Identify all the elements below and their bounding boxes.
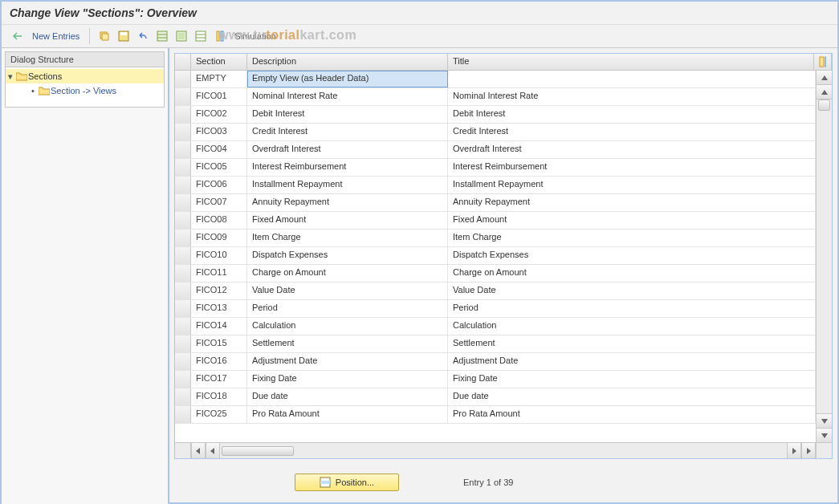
- row-handle[interactable]: [175, 282, 191, 299]
- cell-title[interactable]: Overdraft Interest: [448, 141, 816, 158]
- cell-section[interactable]: FICO12: [191, 282, 247, 299]
- table-row[interactable]: FICO13PeriodPeriod: [175, 300, 816, 318]
- cell-section[interactable]: FICO11: [191, 265, 247, 282]
- cell-description[interactable]: Period: [247, 300, 448, 317]
- row-handle[interactable]: [175, 141, 191, 158]
- cell-section[interactable]: FICO15: [191, 335, 247, 352]
- row-handle[interactable]: [175, 212, 191, 229]
- cell-title[interactable]: Dispatch Expenses: [448, 247, 816, 264]
- cell-title[interactable]: Credit Interest: [448, 124, 816, 140]
- col-header-section[interactable]: Section: [191, 54, 247, 70]
- cell-description[interactable]: Adjustment Date: [247, 353, 448, 370]
- table-row[interactable]: FICO11Charge on AmountCharge on Amount: [175, 265, 816, 282]
- cell-title[interactable]: Value Date: [448, 282, 816, 299]
- tree-collapse-icon[interactable]: ▾: [6, 71, 15, 82]
- cell-title[interactable]: Calculation: [448, 318, 816, 335]
- cell-description[interactable]: Interest Reimbursement: [247, 159, 448, 176]
- undo-icon[interactable]: [135, 28, 151, 44]
- hscroll-right2-icon[interactable]: [787, 443, 801, 458]
- tree-node-sections[interactable]: ▾ Sections: [6, 69, 164, 83]
- cell-section[interactable]: FICO04: [191, 141, 247, 158]
- row-handle[interactable]: [175, 71, 191, 87]
- hscroll-left-icon[interactable]: [191, 443, 206, 458]
- cell-title[interactable]: Charge on Amount: [448, 265, 816, 282]
- cell-title[interactable]: Settlement: [448, 335, 816, 352]
- cell-title[interactable]: Pro Rata Amount: [448, 406, 816, 423]
- row-handle[interactable]: [175, 106, 191, 123]
- cell-section[interactable]: FICO10: [191, 247, 247, 264]
- cell-section[interactable]: FICO13: [191, 300, 247, 317]
- cell-title[interactable]: Annuity Repayment: [448, 194, 816, 211]
- cell-section[interactable]: FICO01: [191, 88, 247, 105]
- select-block-icon[interactable]: [173, 28, 189, 44]
- table-row[interactable]: FICO04Overdraft InterestOverdraft Intere…: [175, 141, 816, 159]
- cell-description[interactable]: Charge on Amount: [247, 265, 448, 282]
- cell-description[interactable]: Credit Interest: [247, 124, 448, 140]
- cell-description[interactable]: Empty View (as Header Data): [247, 71, 448, 87]
- cell-description[interactable]: Dispatch Expenses: [247, 247, 448, 264]
- row-handle[interactable]: [175, 230, 191, 246]
- row-handle[interactable]: [175, 371, 191, 388]
- config-icon[interactable]: [212, 28, 228, 44]
- cell-section[interactable]: FICO08: [191, 212, 247, 229]
- expand-toggle-icon[interactable]: [10, 28, 26, 44]
- row-handle[interactable]: [175, 88, 191, 105]
- cell-title[interactable]: Adjustment Date: [448, 353, 816, 370]
- table-row[interactable]: FICO07Annuity RepaymentAnnuity Repayment: [175, 194, 816, 212]
- cell-description[interactable]: Fixed Amount: [247, 212, 448, 229]
- row-handle[interactable]: [175, 318, 191, 335]
- cell-description[interactable]: Value Date: [247, 282, 448, 299]
- table-row[interactable]: FICO18Due dateDue date: [175, 388, 816, 406]
- cell-section[interactable]: FICO05: [191, 159, 247, 176]
- row-handle[interactable]: [175, 159, 191, 176]
- deselect-all-icon[interactable]: [193, 28, 209, 44]
- copy-icon[interactable]: [96, 28, 112, 44]
- row-handle[interactable]: [175, 335, 191, 352]
- position-button[interactable]: Position...: [295, 474, 399, 491]
- cell-section[interactable]: FICO09: [191, 230, 247, 246]
- row-handle[interactable]: [175, 247, 191, 264]
- row-handle[interactable]: [175, 177, 191, 193]
- table-row[interactable]: FICO09Item ChargeItem Charge: [175, 230, 816, 247]
- cell-description[interactable]: Fixing Date: [247, 371, 448, 388]
- cell-description[interactable]: Debit Interest: [247, 106, 448, 123]
- cell-description[interactable]: Nominal Interest Rate: [247, 88, 448, 105]
- select-all-icon[interactable]: [154, 28, 170, 44]
- scroll-down2-icon[interactable]: [817, 413, 832, 428]
- cell-section[interactable]: FICO06: [191, 177, 247, 193]
- grid-corner[interactable]: [175, 54, 191, 70]
- cell-section[interactable]: FICO25: [191, 406, 247, 423]
- cell-section[interactable]: FICO03: [191, 124, 247, 140]
- cell-section[interactable]: FICO17: [191, 371, 247, 388]
- table-row[interactable]: FICO14CalculationCalculation: [175, 318, 816, 335]
- scroll-up-icon[interactable]: [817, 71, 832, 85]
- table-row[interactable]: FICO08Fixed AmountFixed Amount: [175, 212, 816, 230]
- cell-title[interactable]: [448, 71, 816, 87]
- cell-description[interactable]: Overdraft Interest: [247, 141, 448, 158]
- table-row[interactable]: FICO15SettlementSettlement: [175, 335, 816, 353]
- row-handle[interactable]: [175, 300, 191, 317]
- cell-section[interactable]: FICO02: [191, 106, 247, 123]
- row-handle[interactable]: [175, 388, 191, 405]
- row-handle[interactable]: [175, 265, 191, 282]
- table-row[interactable]: FICO06Installment RepaymentInstallment R…: [175, 177, 816, 194]
- table-row[interactable]: FICO01Nominal Interest RateNominal Inter…: [175, 88, 816, 106]
- tree-node-section-views[interactable]: • Section -> Views: [6, 83, 164, 98]
- cell-section[interactable]: FICO07: [191, 194, 247, 211]
- new-entries-button[interactable]: New Entries: [29, 30, 83, 43]
- table-row[interactable]: FICO16Adjustment DateAdjustment Date: [175, 353, 816, 371]
- hscroll-right-icon[interactable]: [801, 443, 816, 458]
- cell-title[interactable]: Fixing Date: [448, 371, 816, 388]
- cell-description[interactable]: Annuity Repayment: [247, 194, 448, 211]
- cell-title[interactable]: Nominal Interest Rate: [448, 88, 816, 105]
- table-row[interactable]: FICO05Interest ReimbursementInterest Rei…: [175, 159, 816, 177]
- table-row[interactable]: FICO17Fixing DateFixing Date: [175, 371, 816, 388]
- hscroll-thumb[interactable]: [222, 446, 294, 456]
- col-header-description[interactable]: Description: [247, 54, 448, 70]
- cell-section[interactable]: FICO14: [191, 318, 247, 335]
- cell-title[interactable]: Interest Reimbursement: [448, 159, 816, 176]
- table-row[interactable]: EMPTYEmpty View (as Header Data): [175, 71, 816, 88]
- table-row[interactable]: FICO03Credit InterestCredit Interest: [175, 124, 816, 141]
- hscroll-track[interactable]: [191, 443, 816, 458]
- cell-section[interactable]: FICO16: [191, 353, 247, 370]
